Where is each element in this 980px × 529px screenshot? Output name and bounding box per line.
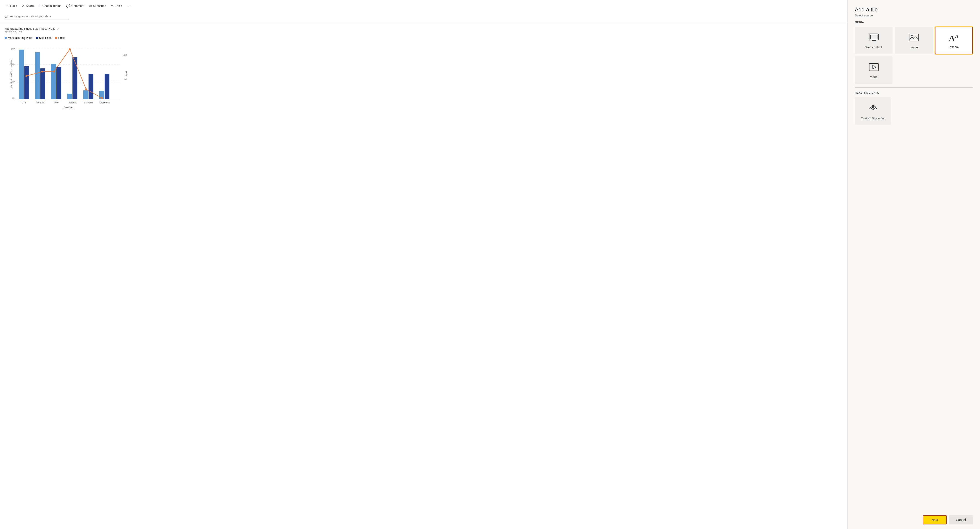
subscribe-icon: ✉ [89, 4, 92, 8]
panel-title: Add a tile [855, 6, 973, 13]
chart-area: Manufacturing Price, Sale Price, Profit … [0, 22, 847, 529]
qa-icon: 💬 [5, 14, 8, 18]
subscribe-button[interactable]: ✉ Subscribe [87, 3, 108, 9]
media-tiles-grid: Web content Image AA Text box [855, 27, 973, 84]
legend-dot-sale [36, 37, 38, 39]
file-icon: 🗋 [5, 4, 9, 8]
file-label: File [10, 4, 15, 8]
svg-text:Montana: Montana [84, 101, 93, 104]
subscribe-label: Subscribe [93, 4, 106, 8]
svg-rect-40 [909, 34, 918, 41]
svg-point-25 [69, 48, 71, 50]
svg-rect-16 [67, 94, 72, 99]
text-box-icon: AA [949, 33, 959, 43]
panel-footer: Next Cancel [848, 511, 980, 529]
svg-text:30K: 30K [11, 47, 15, 50]
svg-text:0K: 0K [12, 97, 15, 100]
share-button[interactable]: ↗ Share [20, 3, 36, 9]
qa-input[interactable]: 💬 Ask a question about your data [5, 14, 68, 19]
svg-point-22 [25, 75, 27, 77]
share-icon: ↗ [22, 4, 25, 8]
svg-rect-19 [89, 74, 94, 99]
edit-icon: ✏ [111, 4, 114, 8]
tile-web-content[interactable]: Web content [855, 27, 892, 54]
chart-svg: 30K 20K 10K 0K 4M 2M [9, 42, 128, 110]
svg-point-44 [872, 108, 874, 110]
left-panel: 🗋 File ▾ ↗ Share ⬡ Chat in Teams 💬 Comme… [0, 0, 848, 529]
svg-text:Carretera: Carretera [100, 101, 110, 104]
legend-sale: Sale Price [36, 36, 52, 40]
image-icon [909, 33, 919, 43]
comment-button[interactable]: 💬 Comment [64, 3, 86, 9]
more-button[interactable]: ... [125, 2, 132, 10]
legend-manufacturing: Manufacturing Price [5, 36, 32, 40]
file-menu[interactable]: 🗋 File ▾ [4, 3, 19, 9]
svg-rect-13 [40, 68, 45, 99]
video-icon [869, 63, 879, 72]
streaming-label: Custom Streaming [861, 117, 885, 120]
svg-text:Manufacturing Price and Sale: Manufacturing Price and Sale [10, 59, 12, 88]
qa-placeholder: Ask a question about your data [10, 14, 51, 18]
svg-text:Velo: Velo [54, 101, 59, 104]
chat-in-teams-button[interactable]: ⬡ Chat in Teams [37, 3, 63, 9]
svg-rect-38 [870, 35, 877, 39]
svg-rect-12 [35, 52, 40, 99]
cancel-button[interactable]: Cancel [949, 515, 973, 524]
svg-point-26 [85, 88, 87, 90]
image-label: Image [910, 46, 918, 49]
toolbar: 🗋 File ▾ ↗ Share ⬡ Chat in Teams 💬 Comme… [0, 0, 847, 12]
svg-rect-42 [869, 64, 878, 71]
teams-icon: ⬡ [38, 4, 41, 8]
svg-rect-15 [56, 67, 61, 99]
svg-text:Product: Product [64, 106, 73, 108]
panel-subtitle: Select source [855, 14, 973, 17]
svg-point-27 [101, 97, 103, 99]
web-content-icon [869, 33, 879, 43]
chat-label: Chat in Teams [43, 4, 61, 8]
svg-text:VTT: VTT [22, 101, 27, 104]
svg-text:4M: 4M [124, 54, 127, 57]
legend-dot-profit [55, 37, 57, 39]
section-divider [855, 87, 973, 88]
realtime-section: REAL-TIME DATA Custom Streaming [855, 91, 973, 125]
legend-profit: Profit [55, 36, 65, 40]
legend-dot-manufacturing [5, 37, 7, 39]
web-content-label: Web content [865, 45, 882, 49]
file-chevron-icon: ▾ [16, 5, 17, 7]
svg-point-24 [53, 71, 55, 73]
tile-custom-streaming[interactable]: Custom Streaming [855, 97, 891, 125]
edit-button[interactable]: ✏ Edit ▾ [109, 3, 124, 9]
comment-icon: 💬 [66, 4, 70, 8]
chart-expand-icon[interactable]: ⤢ [57, 27, 59, 30]
media-section-label: MEDIA [855, 21, 973, 24]
tile-video[interactable]: Video [855, 56, 892, 84]
svg-text:2M: 2M [124, 78, 127, 81]
edit-label: Edit [115, 4, 120, 8]
svg-marker-43 [873, 65, 876, 69]
right-panel: Add a tile Select source MEDIA Web conte… [848, 0, 980, 529]
chart-legend: Manufacturing Price Sale Price Profit [5, 36, 843, 40]
video-label: Video [870, 75, 877, 79]
qa-bar: 💬 Ask a question about your data [0, 12, 847, 22]
next-button[interactable]: Next [923, 515, 947, 524]
svg-rect-21 [105, 74, 110, 99]
chart-title: Manufacturing Price, Sale Price, Profit … [5, 27, 843, 30]
svg-text:Amarilla: Amarilla [36, 101, 45, 104]
edit-chevron-icon: ▾ [121, 5, 122, 7]
comment-label: Comment [72, 4, 84, 8]
panel-header: Add a tile Select source [848, 0, 980, 21]
panel-content: MEDIA Web content [848, 21, 980, 511]
svg-rect-11 [24, 66, 29, 99]
chart-subtitle: BY PRODUCT [5, 31, 843, 33]
svg-point-23 [41, 71, 43, 73]
tile-image[interactable]: Image [895, 27, 932, 54]
text-box-label: Text box [948, 45, 959, 49]
tile-text-box[interactable]: AA Text box [935, 27, 973, 54]
svg-text:Profit: Profit [125, 71, 128, 76]
svg-rect-17 [72, 57, 77, 99]
realtime-section-label: REAL-TIME DATA [855, 91, 973, 94]
chart-container: 30K 20K 10K 0K 4M 2M [9, 42, 128, 110]
svg-rect-10 [19, 49, 24, 99]
svg-rect-14 [51, 64, 56, 99]
streaming-icon [868, 104, 878, 114]
